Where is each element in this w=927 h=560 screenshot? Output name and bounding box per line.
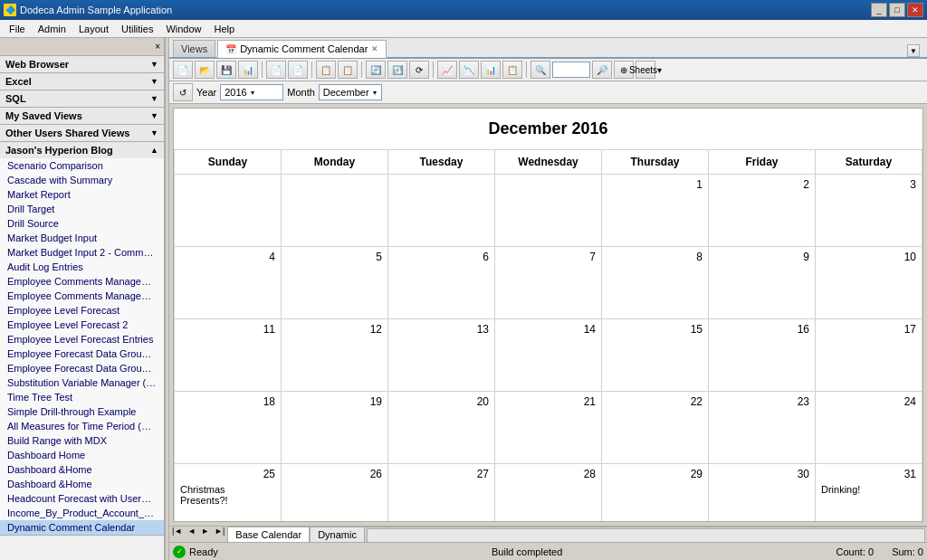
sidebar-item-all-measures[interactable]: All Measures for Time Period (Drill Tar.… bbox=[0, 419, 164, 433]
sidebar-section-header-otherusers[interactable]: Other Users Shared Views ▼ bbox=[0, 125, 164, 141]
sidebar-section-header-excel[interactable]: Excel ▼ bbox=[0, 73, 164, 90]
year-dropdown[interactable]: 2016 ▾ bbox=[220, 84, 283, 100]
sidebar-item-subst-variable-manager[interactable]: Substitution Variable Manager (Vess) bbox=[0, 375, 164, 390]
toolbar-chart3-button[interactable]: 📊 bbox=[481, 61, 501, 79]
calendar-day-1-0[interactable]: 4 bbox=[175, 247, 282, 319]
tab-dynamic-comment-calendar[interactable]: 📅 Dynamic Comment Calendar ✕ bbox=[217, 40, 387, 58]
close-button[interactable]: ✕ bbox=[907, 3, 923, 17]
sidebar-item-dynamic-comment-calendar[interactable]: Dynamic Comment Calendar bbox=[0, 520, 164, 535]
sheet-nav-prev[interactable]: ◄ bbox=[185, 527, 198, 542]
sidebar-item-headcount-forecast[interactable]: Headcount Forecast with Username bbox=[0, 491, 164, 506]
calendar-day-2-4[interactable]: 15 bbox=[602, 319, 709, 392]
sidebar-item-emp-level-forecast-entries[interactable]: Employee Level Forecast Entries bbox=[0, 332, 164, 346]
window-controls[interactable]: _ □ ✕ bbox=[871, 3, 923, 17]
sidebar-item-simple-drillthrough[interactable]: Simple Drill-through Example bbox=[0, 404, 164, 419]
calendar-day-2-1[interactable]: 12 bbox=[282, 319, 388, 392]
calendar-day-2-2[interactable]: 13 bbox=[388, 319, 495, 392]
sidebar-item-build-range-mdx[interactable]: Build Range with MDX bbox=[0, 433, 164, 448]
calendar-day-0-4[interactable]: 1 bbox=[602, 175, 709, 247]
sidebar-section-header-sql[interactable]: SQL ▼ bbox=[0, 90, 164, 107]
sidebar-item-income-by-product[interactable]: Income_By_Product_Account_Cascade bbox=[0, 506, 164, 520]
calendar-day-1-1[interactable]: 5 bbox=[282, 247, 388, 319]
minimize-button[interactable]: _ bbox=[871, 3, 887, 17]
sidebar-item-dashboard-home3[interactable]: Dashboard &Home bbox=[0, 477, 164, 491]
sidebar-item-emp-comments-mgmt-e[interactable]: Employee Comments Management (E... bbox=[0, 274, 164, 289]
menu-admin[interactable]: Admin bbox=[33, 22, 72, 36]
toolbar-pdf-button[interactable]: 📄 bbox=[266, 61, 286, 79]
calendar-day-0-2[interactable] bbox=[388, 175, 495, 247]
toolbar-open-button[interactable]: 📂 bbox=[195, 61, 215, 79]
toolbar-zoomin-button[interactable]: 🔍 bbox=[530, 61, 550, 79]
sidebar-item-market-budget-input[interactable]: Market Budget Input bbox=[0, 231, 164, 245]
calendar-day-4-6[interactable]: 31Drinking! bbox=[816, 464, 922, 523]
tab-menu-button[interactable]: ▼ bbox=[907, 44, 920, 57]
sidebar-content[interactable]: Web Browser ▼ Excel ▼ SQ bbox=[0, 56, 164, 560]
sidebar-item-cascade-with-summary[interactable]: Cascade with Summary bbox=[0, 173, 164, 187]
calendar-day-0-6[interactable]: 3 bbox=[816, 175, 922, 247]
toolbar-zoom-input[interactable]: 100% bbox=[552, 62, 590, 78]
sheet-nav-next[interactable]: ► bbox=[198, 527, 212, 542]
calendar-area[interactable]: December 2016 Sunday Monday Tuesday Wedn… bbox=[173, 108, 923, 522]
toolbar-refresh3-button[interactable]: ⟳ bbox=[409, 61, 429, 79]
calendar-day-2-0[interactable]: 11 bbox=[175, 319, 282, 392]
toolbar-save-button[interactable]: 💾 bbox=[216, 61, 236, 79]
menu-file[interactable]: File bbox=[4, 22, 31, 36]
calendar-day-3-5[interactable]: 23 bbox=[709, 392, 816, 464]
month-dropdown[interactable]: December ▾ bbox=[319, 84, 382, 100]
sheet-tab-base-calendar[interactable]: Base Calendar bbox=[227, 527, 310, 542]
sidebar-item-drill-source[interactable]: Drill Source bbox=[0, 216, 164, 231]
sheet-nav-first[interactable]: |◄ bbox=[169, 527, 185, 542]
toolbar-refresh-button[interactable]: 🔄 bbox=[366, 61, 386, 79]
calendar-day-1-6[interactable]: 10 bbox=[816, 247, 922, 319]
maximize-button[interactable]: □ bbox=[889, 3, 905, 17]
sidebar-item-time-tree-test[interactable]: Time Tree Test bbox=[0, 390, 164, 404]
calendar-day-2-3[interactable]: 14 bbox=[495, 319, 602, 392]
menu-window[interactable]: Window bbox=[160, 22, 206, 36]
calendar-day-3-0[interactable]: 18 bbox=[175, 392, 282, 464]
calendar-day-4-2[interactable]: 27 bbox=[388, 464, 495, 523]
sidebar-item-market-report[interactable]: Market Report bbox=[0, 187, 164, 202]
calendar-day-3-6[interactable]: 24 bbox=[816, 392, 922, 464]
calendar-day-0-5[interactable]: 2 bbox=[709, 175, 816, 247]
sidebar-section-header-mysavedviews[interactable]: My Saved Views ▼ bbox=[0, 108, 164, 124]
sidebar-close-button[interactable]: × bbox=[155, 42, 160, 52]
sidebar-section-header-webbrowser[interactable]: Web Browser ▼ bbox=[0, 56, 164, 72]
calendar-day-3-4[interactable]: 22 bbox=[602, 392, 709, 464]
toolbar-chart4-button[interactable]: 📋 bbox=[502, 61, 522, 79]
sidebar-item-market-budget-input2[interactable]: Market Budget Input 2 - Comments bbox=[0, 245, 164, 260]
sidebar-item-emp-level-forecast2[interactable]: Employee Level Forecast 2 bbox=[0, 318, 164, 332]
sidebar-item-dashboard-home2[interactable]: Dashboard &Home bbox=[0, 462, 164, 477]
tab-close-button[interactable]: ✕ bbox=[371, 44, 378, 53]
sheet-nav-last[interactable]: ►| bbox=[212, 527, 227, 542]
calendar-day-1-2[interactable]: 6 bbox=[388, 247, 495, 319]
sidebar-section-header-jasonsblog[interactable]: Jason's Hyperion Blog ▲ bbox=[0, 142, 164, 158]
calendar-day-2-5[interactable]: 16 bbox=[709, 319, 816, 392]
sidebar-item-emp-forecast-data-grouping[interactable]: Employee Forecast Data Grouping bbox=[0, 346, 164, 361]
toolbar-pdf2-button[interactable]: 📄 bbox=[288, 61, 308, 79]
sidebar-item-dashboard-home[interactable]: Dashboard Home bbox=[0, 448, 164, 462]
calendar-day-2-6[interactable]: 17 bbox=[816, 319, 922, 392]
tab-views[interactable]: Views bbox=[173, 40, 215, 57]
toolbar-chart2-button[interactable]: 📉 bbox=[459, 61, 479, 79]
calendar-day-3-2[interactable]: 20 bbox=[388, 392, 495, 464]
calendar-day-4-4[interactable]: 29 bbox=[602, 464, 709, 523]
calendar-day-0-3[interactable] bbox=[495, 175, 602, 247]
menu-help[interactable]: Help bbox=[209, 22, 241, 36]
sheet-tab-dynamic[interactable]: Dynamic bbox=[310, 527, 365, 542]
toolbar-save2-button[interactable]: 📊 bbox=[238, 61, 258, 79]
sidebar-item-emp-level-forecast[interactable]: Employee Level Forecast bbox=[0, 303, 164, 318]
date-back-button[interactable]: ↺ bbox=[173, 83, 193, 101]
sidebar-item-drill-target[interactable]: Drill Target bbox=[0, 202, 164, 216]
toolbar-refresh2-button[interactable]: 🔃 bbox=[387, 61, 407, 79]
toolbar-chart-button[interactable]: 📈 bbox=[437, 61, 457, 79]
calendar-day-1-5[interactable]: 9 bbox=[709, 247, 816, 319]
calendar-day-4-5[interactable]: 30 bbox=[709, 464, 816, 523]
calendar-day-0-1[interactable] bbox=[282, 175, 388, 247]
calendar-day-3-3[interactable]: 21 bbox=[495, 392, 602, 464]
toolbar-copy-button[interactable]: 📋 bbox=[316, 61, 336, 79]
calendar-day-4-0[interactable]: 25Christmas Presents?! bbox=[175, 464, 282, 523]
calendar-day-4-1[interactable]: 26 bbox=[282, 464, 388, 523]
toolbar-paste-button[interactable]: 📋 bbox=[338, 61, 358, 79]
toolbar-zoomout-button[interactable]: 🔎 bbox=[592, 61, 612, 79]
sidebar-item-scenario-comparison[interactable]: Scenario Comparison bbox=[0, 158, 164, 173]
